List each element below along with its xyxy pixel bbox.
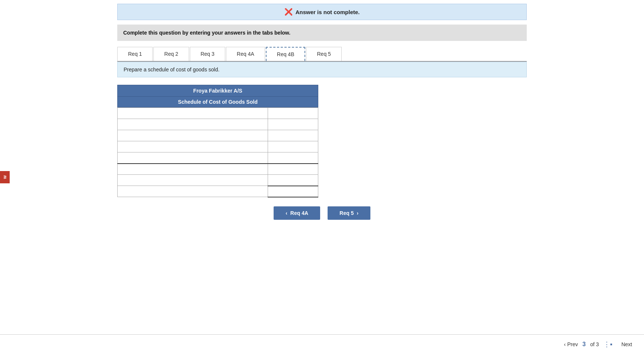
tab-req5[interactable]: Req 5	[306, 47, 341, 61]
label-input-6[interactable]	[120, 167, 265, 172]
instruction-text: Complete this question by entering your …	[123, 30, 290, 36]
schedule-table	[117, 107, 318, 197]
schedule-title: Froya Fabrikker A/S	[117, 85, 318, 97]
table-row	[118, 108, 318, 119]
label-input-7[interactable]	[120, 178, 265, 183]
next-button[interactable]: Next	[617, 338, 637, 350]
value-cell-1[interactable]	[268, 108, 318, 119]
table-row	[118, 141, 318, 152]
table-row	[118, 119, 318, 130]
value-input-1[interactable]	[270, 111, 316, 116]
schedule-subtitle: Schedule of Cost of Goods Sold	[117, 97, 318, 107]
next-label: Next	[621, 341, 632, 347]
label-cell-8[interactable]	[118, 186, 268, 197]
label-cell-5[interactable]	[118, 152, 268, 164]
label-cell-4[interactable]	[118, 141, 268, 152]
review-tab[interactable]: w	[0, 171, 10, 183]
table-row	[118, 130, 318, 141]
prev-req-button[interactable]: ‹ Req 4A	[274, 206, 320, 220]
value-cell-7[interactable]	[268, 175, 318, 186]
next-req-label: Req 5	[339, 210, 354, 216]
value-cell-2[interactable]	[268, 119, 318, 130]
value-input-3[interactable]	[270, 133, 316, 139]
value-input-6[interactable]	[270, 167, 316, 172]
content-area: Prepare a schedule of cost of goods sold…	[117, 62, 527, 77]
next-req-button[interactable]: Req 5 ›	[328, 206, 370, 220]
tab-req4b[interactable]: Req 4B	[266, 47, 306, 61]
table-row	[118, 164, 318, 175]
table-row	[118, 186, 318, 197]
label-cell-7[interactable]	[118, 175, 268, 186]
prev-req-label: Req 4A	[290, 210, 308, 216]
label-input-1[interactable]	[120, 111, 265, 116]
label-cell-6[interactable]	[118, 164, 268, 175]
tab-req4a[interactable]: Req 4A	[226, 47, 265, 61]
instruction-box: Complete this question by entering your …	[117, 25, 527, 41]
label-input-4[interactable]	[120, 144, 265, 150]
tab-req3[interactable]: Req 3	[190, 47, 225, 61]
label-input-5[interactable]	[120, 155, 265, 161]
error-icon: ❌	[284, 8, 293, 16]
bottom-nav: ‹ Prev 3 of 3 ⋮▪ Next	[0, 334, 644, 354]
value-input-2[interactable]	[270, 122, 316, 128]
tab-req2[interactable]: Req 2	[153, 47, 189, 61]
schedule-container: Froya Fabrikker A/S Schedule of Cost of …	[117, 85, 318, 197]
nav-buttons: ‹ Req 4A Req 5 ›	[117, 206, 527, 220]
chevron-left-icon: ‹	[286, 210, 287, 216]
label-input-3[interactable]	[120, 133, 265, 139]
label-cell-2[interactable]	[118, 119, 268, 130]
alert-text: Answer is not complete.	[296, 9, 360, 15]
label-input-2[interactable]	[120, 122, 265, 128]
value-cell-8[interactable]	[268, 186, 318, 197]
label-input-8[interactable]	[120, 189, 265, 194]
table-row	[118, 175, 318, 186]
content-text: Prepare a schedule of cost of goods sold…	[124, 67, 220, 73]
value-input-8[interactable]	[270, 189, 316, 194]
page-number: 3	[583, 341, 586, 348]
value-input-7[interactable]	[270, 177, 316, 183]
label-cell-3[interactable]	[118, 130, 268, 141]
tabs-container: Req 1 Req 2 Req 3 Req 4A Req 4B Req 5	[117, 47, 527, 62]
page-of: of 3	[590, 341, 599, 347]
label-cell-1[interactable]	[118, 108, 268, 119]
prev-label: Prev	[567, 341, 578, 347]
value-input-5[interactable]	[270, 155, 316, 161]
alert-banner: ❌ Answer is not complete.	[117, 4, 527, 20]
grid-icon[interactable]: ⋮▪	[603, 340, 612, 348]
value-cell-5[interactable]	[268, 152, 318, 164]
table-row	[118, 152, 318, 164]
tab-req1[interactable]: Req 1	[117, 47, 153, 61]
value-input-4[interactable]	[270, 144, 316, 150]
prev-button[interactable]: ‹ Prev	[564, 341, 578, 347]
review-tab-label: w	[2, 175, 7, 178]
value-cell-6[interactable]	[268, 164, 318, 175]
value-cell-3[interactable]	[268, 130, 318, 141]
chevron-left-icon: ‹	[564, 341, 566, 347]
chevron-right-icon: ›	[357, 210, 358, 216]
value-cell-4[interactable]	[268, 141, 318, 152]
